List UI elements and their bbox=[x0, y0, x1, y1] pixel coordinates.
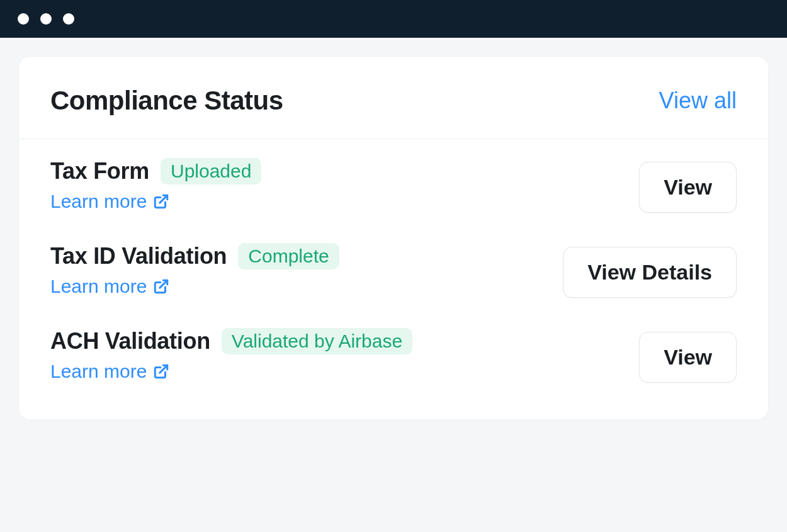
compliance-item-tax-form: Tax Form Uploaded Learn more View bbox=[19, 139, 768, 224]
learn-more-link[interactable]: Learn more bbox=[50, 361, 412, 382]
external-link-icon bbox=[153, 363, 169, 380]
card-title: Compliance Status bbox=[50, 86, 283, 116]
card-header: Compliance Status View all bbox=[19, 57, 768, 139]
item-left: ACH Validation Validated by Airbase Lear… bbox=[50, 328, 412, 382]
view-button[interactable]: View bbox=[639, 332, 737, 383]
status-badge: Validated by Airbase bbox=[222, 328, 412, 354]
learn-more-label: Learn more bbox=[50, 276, 147, 297]
window-titlebar bbox=[0, 0, 787, 38]
window-maximize-button[interactable] bbox=[63, 13, 74, 25]
view-all-link[interactable]: View all bbox=[659, 88, 737, 114]
item-left: Tax ID Validation Complete Learn more bbox=[50, 243, 339, 297]
app-window: Compliance Status View all Tax Form Uplo… bbox=[0, 0, 787, 532]
compliance-item-tax-id-validation: Tax ID Validation Complete Learn more Vi… bbox=[19, 224, 768, 309]
compliance-item-ach-validation: ACH Validation Validated by Airbase Lear… bbox=[19, 309, 768, 394]
status-badge: Complete bbox=[238, 243, 339, 269]
window-minimize-button[interactable] bbox=[40, 13, 52, 25]
view-details-button[interactable]: View Details bbox=[563, 247, 737, 298]
learn-more-link[interactable]: Learn more bbox=[50, 191, 261, 212]
item-title: Tax Form bbox=[50, 158, 149, 184]
learn-more-label: Learn more bbox=[50, 191, 147, 212]
external-link-icon bbox=[153, 193, 169, 210]
svg-line-1 bbox=[160, 280, 167, 288]
window-close-button[interactable] bbox=[18, 13, 29, 25]
item-title: Tax ID Validation bbox=[50, 243, 227, 269]
view-button[interactable]: View bbox=[639, 162, 737, 213]
svg-line-0 bbox=[160, 195, 167, 203]
item-title-row: Tax Form Uploaded bbox=[50, 158, 261, 184]
external-link-icon bbox=[153, 278, 169, 295]
learn-more-link[interactable]: Learn more bbox=[50, 276, 339, 297]
learn-more-label: Learn more bbox=[50, 361, 147, 382]
compliance-card: Compliance Status View all Tax Form Uplo… bbox=[19, 57, 768, 419]
svg-line-2 bbox=[160, 365, 167, 373]
item-title-row: Tax ID Validation Complete bbox=[50, 243, 339, 269]
window-controls bbox=[18, 13, 74, 25]
item-left: Tax Form Uploaded Learn more bbox=[50, 158, 261, 212]
item-title: ACH Validation bbox=[50, 328, 210, 354]
status-badge: Uploaded bbox=[161, 158, 261, 184]
item-title-row: ACH Validation Validated by Airbase bbox=[50, 328, 412, 354]
